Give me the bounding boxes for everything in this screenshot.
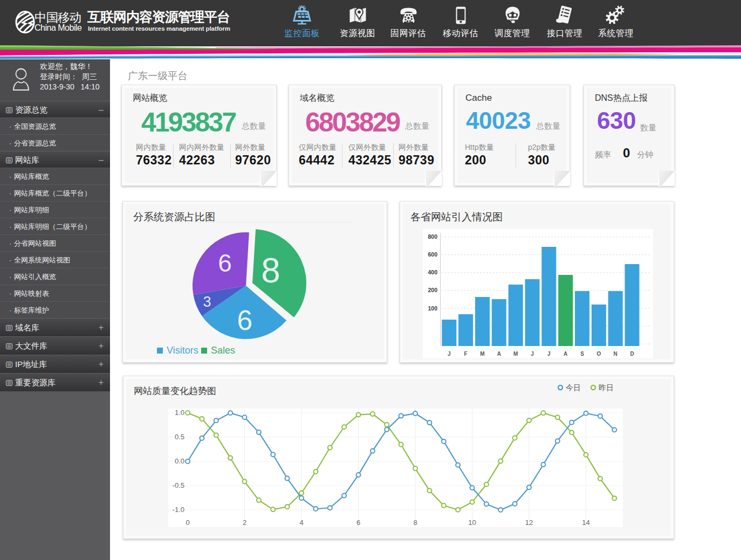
svg-text:6: 6 <box>237 305 253 336</box>
svg-text:F: F <box>464 351 468 357</box>
svg-text:0.5: 0.5 <box>175 433 184 441</box>
svg-text:0: 0 <box>186 518 189 527</box>
svg-text:10: 10 <box>468 518 476 527</box>
svg-text:14: 14 <box>582 518 589 527</box>
svg-text:D: D <box>630 351 634 357</box>
svg-text:J: J <box>547 351 551 357</box>
svg-text:S: S <box>580 351 584 357</box>
svg-text:A: A <box>564 351 567 357</box>
svg-text:12: 12 <box>525 518 533 527</box>
svg-text:J: J <box>531 351 534 357</box>
svg-text:100: 100 <box>428 305 437 312</box>
svg-text:6: 6 <box>218 249 232 277</box>
svg-text:0.0: 0.0 <box>175 457 184 465</box>
svg-text:1.0: 1.0 <box>175 409 184 417</box>
svg-text:8: 8 <box>261 251 280 290</box>
svg-text:2: 2 <box>243 518 246 527</box>
svg-text:-1.0: -1.0 <box>173 506 184 514</box>
svg-text:6: 6 <box>356 518 360 527</box>
svg-text:400: 400 <box>428 269 437 275</box>
svg-text:O: O <box>597 351 601 357</box>
svg-text:4: 4 <box>299 518 303 527</box>
svg-text:3: 3 <box>203 294 211 310</box>
svg-text:N: N <box>614 351 618 357</box>
svg-text:M: M <box>513 351 518 357</box>
svg-text:-0.5: -0.5 <box>173 481 184 489</box>
svg-text:今日: 今日 <box>566 383 581 392</box>
svg-text:800: 800 <box>428 233 437 240</box>
svg-text:Visitors: Visitors <box>167 345 198 356</box>
svg-text:A: A <box>497 351 501 357</box>
svg-text:600: 600 <box>428 251 437 258</box>
svg-text:8: 8 <box>413 518 417 527</box>
svg-text:昨日: 昨日 <box>599 383 614 392</box>
svg-text:Sales: Sales <box>211 345 235 356</box>
svg-text:200: 200 <box>428 287 437 293</box>
svg-text:M: M <box>480 351 484 357</box>
svg-text:J: J <box>448 351 451 357</box>
